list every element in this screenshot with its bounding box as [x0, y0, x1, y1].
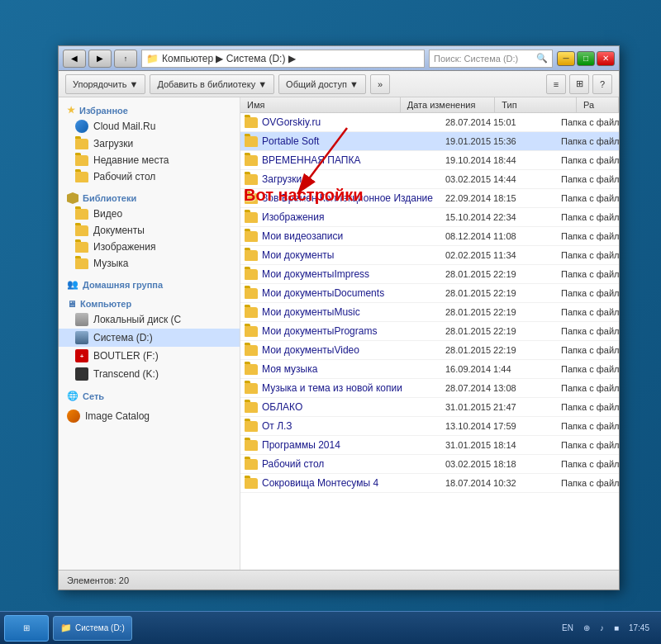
taskbar-explorer-item[interactable]: 📁 Система (D:) — [53, 616, 132, 641]
catalog-icon — [67, 410, 80, 423]
sidebar-item-downloads[interactable]: Загрузки — [59, 135, 240, 152]
sidebar-item-video[interactable]: Видео — [59, 206, 240, 222]
sidebar-item-system-d[interactable]: Система (D:) — [59, 329, 240, 347]
file-type-cell: Папка с файлами — [554, 135, 619, 148]
share-button[interactable]: Общий доступ ▼ — [278, 74, 366, 94]
up-button[interactable]: ↑ — [114, 50, 137, 68]
col-type[interactable]: Тип — [495, 97, 577, 112]
file-name-cell: Portable Soft — [240, 134, 439, 149]
file-type-cell: Папка с файлами — [554, 211, 619, 224]
file-type-cell: Папка с файлами — [554, 154, 619, 167]
file-name-cell: Мои документыPrograms — [240, 324, 439, 339]
table-row[interactable]: Зов Времен Коллекционное Издание 22.09.2… — [240, 189, 619, 208]
table-row[interactable]: Музыка и тема из новой копии 28.07.2014 … — [240, 379, 619, 398]
folder-icon — [245, 364, 258, 375]
sort-button[interactable]: Упорядочить ▼ — [65, 74, 145, 94]
folder-icon — [75, 258, 88, 269]
forward-button[interactable]: ▶ — [88, 50, 112, 68]
table-row[interactable]: Сокровища Монтесумы 4 18.07.2014 10:32 П… — [240, 474, 619, 493]
col-date[interactable]: Дата изменения — [401, 97, 496, 112]
file-date-cell: 28.07.2014 13:08 — [439, 381, 554, 395]
sidebar-item-music[interactable]: Музыка — [59, 255, 240, 272]
sidebar-item-boutler-f[interactable]: + BOUTLER (F:) — [59, 347, 240, 365]
sidebar-item-local-disk-c[interactable]: Локальный диск (С — [59, 310, 240, 329]
file-type-cell: Папка с файлами — [554, 249, 619, 262]
computer-section: 🖥 Компьютер Локальный диск (С Система (D… — [59, 296, 240, 383]
file-name-text: Сокровища Монтесумы 4 — [262, 477, 378, 489]
table-row[interactable]: Мои документыDocuments 28.01.2015 22:19 … — [240, 284, 619, 303]
table-row[interactable]: Рабочий стол 03.02.2015 18:18 Папка с фа… — [240, 455, 619, 474]
table-row[interactable]: OVGorskiy.ru 28.07.2014 15:01 Папка с фа… — [240, 113, 619, 132]
view-details-button[interactable]: ≡ — [546, 74, 566, 94]
file-date-cell: 22.09.2014 18:15 — [439, 192, 554, 205]
folder-icon — [245, 193, 258, 204]
file-name-cell: Мои документыDocuments — [240, 286, 439, 301]
folder-icon — [245, 155, 258, 166]
nav-buttons: ◀ ▶ ↑ — [63, 50, 137, 68]
col-name[interactable]: Имя — [240, 97, 401, 112]
file-date-cell: 03.02.2015 18:18 — [439, 457, 554, 471]
table-row[interactable]: Мои документыPrograms 28.01.2015 22:19 П… — [240, 322, 619, 341]
desktop: ◀ ▶ ↑ 📁 Компьютер ▶ Система (D:) ▶ Поиск… — [0, 0, 661, 644]
table-row[interactable]: От Л.З 13.10.2014 17:59 Папка с файлами — [240, 417, 619, 436]
file-name-cell: От Л.З — [240, 419, 439, 433]
add-library-button[interactable]: Добавить в библиотеку ▼ — [150, 74, 274, 94]
sidebar-item-recent[interactable]: Недавние места — [59, 152, 240, 168]
sidebar-item-cloud-mail[interactable]: Cloud Mail.Ru — [59, 117, 240, 135]
table-row[interactable]: Мои документыImpress 28.01.2015 22:19 Па… — [240, 265, 619, 284]
file-name-cell: ОБЛАКО — [240, 400, 439, 414]
sidebar-item-docs[interactable]: Документы — [59, 222, 240, 239]
table-row[interactable]: Изображения 15.10.2014 22:34 Папка с фай… — [240, 208, 619, 227]
folder-icon — [245, 117, 258, 128]
file-name-cell: Мои документыVideo — [240, 343, 439, 358]
col-size[interactable]: Ра — [577, 97, 619, 112]
file-date-cell: 15.10.2014 22:34 — [439, 211, 554, 224]
start-button[interactable]: ⊞ — [4, 615, 49, 642]
table-row[interactable]: ВРЕМЕННАЯ ПАПКА 19.10.2014 18:44 Папка с… — [240, 151, 619, 170]
file-type-cell: Папка с файлами — [554, 173, 619, 186]
address-bar[interactable]: 📁 Компьютер ▶ Система (D:) ▶ — [141, 50, 425, 68]
sidebar-item-image-catalog[interactable]: Image Catalog — [59, 407, 240, 425]
table-row[interactable]: Portable Soft 19.01.2015 15:36 Папка с ф… — [240, 132, 619, 151]
maximize-button[interactable]: □ — [577, 51, 595, 66]
file-name-text: От Л.З — [262, 420, 292, 432]
libraries-icon — [67, 192, 78, 204]
explorer-window: ◀ ▶ ↑ 📁 Компьютер ▶ Система (D:) ▶ Поиск… — [58, 45, 620, 590]
sidebar-item-desktop[interactable]: Рабочий стол — [59, 168, 240, 185]
table-row[interactable]: Программы 2014 31.01.2015 18:14 Папка с … — [240, 436, 619, 455]
folder-icon — [245, 459, 258, 470]
address-text: Компьютер ▶ Система (D:) ▶ — [162, 53, 296, 64]
sidebar-item-images[interactable]: Изображения — [59, 239, 240, 255]
table-row[interactable]: Мои документыMusic 28.01.2015 22:19 Папк… — [240, 303, 619, 322]
file-name-cell: OVGorskiy.ru — [240, 115, 439, 130]
file-name-text: ВРЕМЕННАЯ ПАПКА — [262, 154, 360, 166]
minimize-button[interactable]: ─ — [557, 51, 575, 66]
file-type-cell: Папка с файлами — [554, 381, 619, 395]
view-tiles-button[interactable]: ⊞ — [569, 74, 589, 94]
taskbar-tray: EN ⊕ ♪ ■ 17:45 — [559, 622, 657, 634]
homegroup-section: 👥 Домашняя группа — [59, 276, 240, 291]
help-button[interactable]: ? — [592, 74, 612, 94]
cloud-mail-icon — [75, 120, 88, 133]
table-row[interactable]: Мои документы 02.02.2015 11:34 Папка с ф… — [240, 246, 619, 265]
search-bar[interactable]: Поиск: Система (D:) 🔍 — [429, 50, 553, 68]
file-type-cell: Папка с файлами — [554, 116, 619, 129]
file-name-text: Мои документы — [262, 249, 334, 261]
file-type-cell: Папка с файлами — [554, 438, 619, 452]
more-label: » — [378, 79, 383, 89]
folder-icon — [75, 225, 88, 236]
file-date-cell: 19.10.2014 18:44 — [439, 154, 554, 167]
table-row[interactable]: Мои видеозаписи 08.12.2014 11:08 Папка с… — [240, 227, 619, 246]
close-button[interactable]: ✕ — [597, 51, 615, 66]
more-button[interactable]: » — [370, 74, 390, 94]
back-button[interactable]: ◀ — [63, 50, 86, 68]
title-bar: ◀ ▶ ↑ 📁 Компьютер ▶ Система (D:) ▶ Поиск… — [59, 46, 619, 71]
folder-icon — [245, 478, 258, 489]
table-row[interactable]: Загрузки 03.02.2015 14:44 Папка с файлам… — [240, 170, 619, 189]
file-name-cell: Мои видеозаписи — [240, 229, 439, 244]
file-name-text: Рабочий стол — [262, 458, 324, 470]
table-row[interactable]: Мои документыVideo 28.01.2015 22:19 Папк… — [240, 341, 619, 360]
table-row[interactable]: Моя музыка 16.09.2014 1:44 Папка с файла… — [240, 360, 619, 379]
sidebar-item-transcend-k[interactable]: Transcend (K:) — [59, 365, 240, 383]
table-row[interactable]: ОБЛАКО 31.01.2015 21:47 Папка с файлами — [240, 398, 619, 417]
